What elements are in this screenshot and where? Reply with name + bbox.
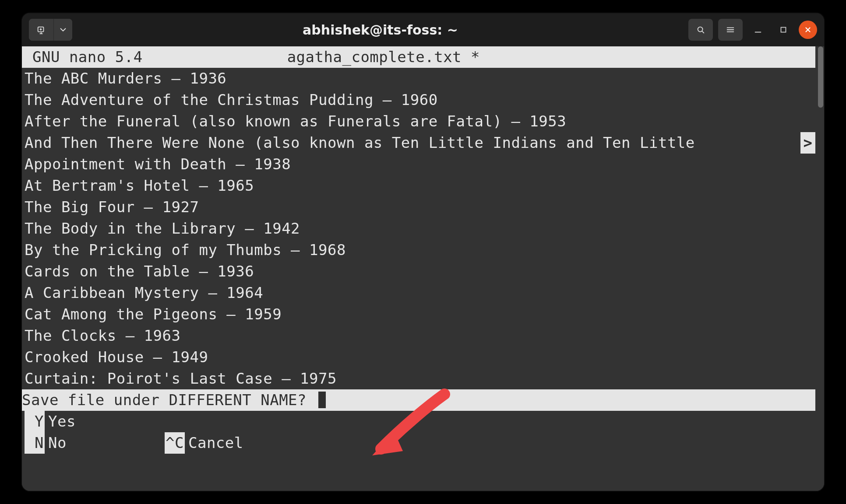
shortcut-yes: Y Yes	[25, 411, 165, 432]
hamburger-icon	[726, 25, 735, 35]
editor-line: Appointment with Death – 1938	[22, 154, 815, 175]
maximize-button[interactable]	[773, 20, 793, 40]
editor-line: The Adventure of the Christmas Pudding –…	[22, 89, 815, 111]
tab-dropdown-button[interactable]	[54, 19, 72, 41]
scrollbar-thumb[interactable]	[818, 46, 823, 108]
terminal-window: abhishek@its-foss: ~	[22, 13, 824, 491]
editor-line: And Then There Were None (also known as …	[22, 132, 815, 154]
close-icon	[804, 26, 812, 34]
search-button[interactable]	[688, 19, 713, 41]
nano-header: GNU nano 5.4 agatha_complete.txt *	[22, 46, 815, 68]
editor-line: Crooked House – 1949	[22, 346, 815, 368]
editor-line: The Big Four – 1927	[22, 196, 815, 218]
new-tab-icon	[36, 25, 46, 35]
search-icon	[696, 25, 705, 35]
shortcut-key: N	[25, 432, 45, 454]
shortcut-key: ^C	[165, 432, 185, 454]
new-tab-button[interactable]	[29, 19, 53, 41]
menu-button[interactable]	[718, 19, 743, 41]
editor-line: By the Pricking of my Thumbs – 1968	[22, 239, 815, 261]
nano-prompt[interactable]: Save file under DIFFERENT NAME?	[22, 389, 815, 411]
shortcut-label: Yes	[48, 411, 76, 432]
window-title: abhishek@its-foss: ~	[77, 22, 684, 38]
shortcut-no: N No	[25, 432, 165, 454]
minimize-icon	[753, 25, 763, 35]
editor-line: After the Funeral (also known as Funeral…	[22, 111, 815, 132]
text-cursor	[318, 392, 326, 408]
nano-app-name: GNU nano 5.4	[22, 46, 143, 68]
close-button[interactable]	[799, 21, 817, 39]
scrollbar[interactable]	[815, 46, 824, 491]
nano-file-name: agatha_complete.txt *	[143, 46, 815, 68]
shortcut-label: No	[48, 432, 67, 454]
editor-line: A Caribbean Mystery – 1964	[22, 282, 815, 304]
maximize-icon	[779, 25, 788, 35]
line-overflow-marker: >	[800, 132, 815, 154]
nano-editor[interactable]: GNU nano 5.4 agatha_complete.txt * The A…	[22, 46, 815, 491]
terminal-body: GNU nano 5.4 agatha_complete.txt * The A…	[22, 46, 824, 491]
nano-shortcut-row: N No ^C Cancel	[22, 432, 815, 454]
minimize-button[interactable]	[748, 20, 768, 40]
tab-button-group	[29, 19, 72, 41]
shortcut-label: Cancel	[188, 432, 243, 454]
editor-line: Cards on the Table – 1936	[22, 261, 815, 282]
nano-prompt-text: Save file under DIFFERENT NAME?	[22, 389, 316, 411]
editor-line: The Body in the Library – 1942	[22, 218, 815, 239]
editor-line: At Bertram's Hotel – 1965	[22, 175, 815, 196]
svg-rect-2	[781, 28, 786, 32]
shortcut-cancel: ^C Cancel	[165, 432, 243, 454]
editor-line: The Clocks – 1963	[22, 325, 815, 346]
titlebar-right	[688, 19, 817, 41]
titlebar: abhishek@its-foss: ~	[22, 13, 824, 46]
chevron-down-icon	[58, 25, 68, 35]
shortcut-key: Y	[25, 411, 45, 432]
editor-line: Cat Among the Pigeons – 1959	[22, 304, 815, 325]
titlebar-left	[29, 19, 72, 41]
editor-line: Curtain: Poirot's Last Case – 1975	[22, 368, 815, 389]
nano-shortcut-row: Y Yes	[22, 411, 815, 432]
editor-line: The ABC Murders – 1936	[22, 68, 815, 89]
